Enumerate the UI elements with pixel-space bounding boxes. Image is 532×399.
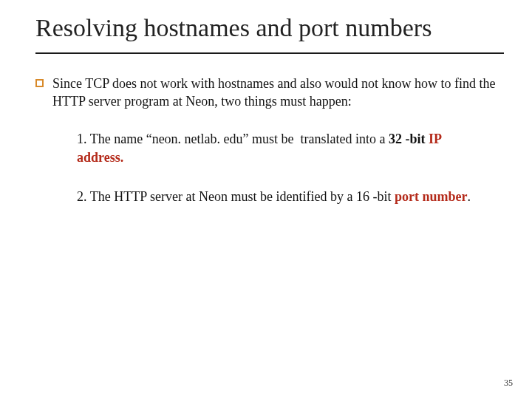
item2-emphasis: port number — [395, 189, 468, 204]
square-bullet-icon — [35, 79, 44, 87]
numbered-item-2: 2. The HTTP server at Neon must be ident… — [77, 188, 489, 206]
item1-bold: 32 -bit — [389, 132, 429, 146]
page-number: 35 — [504, 378, 513, 389]
bullet-item: Since TCP does not work with hostnames a… — [35, 75, 504, 111]
item2-suffix: . — [467, 189, 471, 204]
numbered-item-1: 1. The name “neon. netlab. edu” must be … — [77, 130, 489, 167]
slide: Resolving hostnames and port numbers Sin… — [0, 0, 532, 399]
slide-body: Since TCP does not work with hostnames a… — [35, 75, 504, 206]
slide-title: Resolving hostnames and port numbers — [35, 13, 504, 54]
bullet-text: Since TCP does not work with hostnames a… — [52, 75, 504, 111]
item2-prefix: 2. The HTTP server at Neon must be ident… — [77, 189, 395, 204]
item1-prefix: 1. The name “neon. netlab. edu” must be … — [77, 132, 389, 146]
